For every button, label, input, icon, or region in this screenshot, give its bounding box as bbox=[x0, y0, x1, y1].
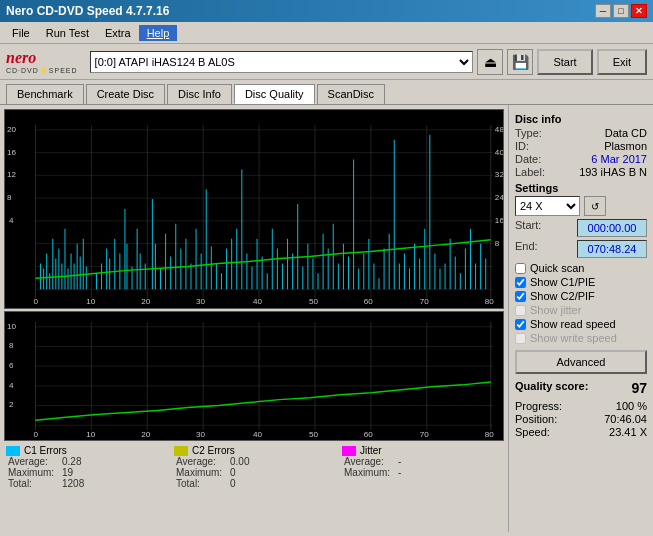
speed-select[interactable]: 24 X bbox=[515, 196, 580, 216]
c1-max-value: 19 bbox=[62, 467, 73, 478]
title-bar: Nero CD-DVD Speed 4.7.7.16 ─ □ ✕ bbox=[0, 0, 653, 22]
disc-type-row: Type: Data CD bbox=[515, 127, 647, 139]
main-content: 20 16 12 8 4 48 40 32 24 16 8 0 10 20 30… bbox=[0, 104, 653, 532]
c2-avg-value: 0.00 bbox=[230, 456, 249, 467]
c2-values: Average:0.00 Maximum:0 Total:0 bbox=[174, 456, 334, 489]
start-label: Start: bbox=[515, 219, 541, 237]
end-input[interactable] bbox=[577, 240, 647, 258]
menu-help[interactable]: Help bbox=[139, 25, 178, 41]
c2-color-box bbox=[174, 446, 188, 456]
refresh-button[interactable]: ↺ bbox=[584, 196, 606, 216]
tab-disc-quality[interactable]: Disc Quality bbox=[234, 84, 315, 104]
jitter-max-label: Maximum: bbox=[344, 467, 394, 478]
settings-title: Settings bbox=[515, 182, 647, 194]
svg-text:50: 50 bbox=[309, 430, 319, 439]
legend-c1: C1 Errors Average:0.28 Maximum:19 Total:… bbox=[6, 445, 166, 489]
exit-button[interactable]: Exit bbox=[597, 49, 647, 75]
legend: C1 Errors Average:0.28 Maximum:19 Total:… bbox=[4, 441, 504, 489]
end-row: End: bbox=[515, 240, 647, 258]
svg-text:16: 16 bbox=[7, 148, 17, 157]
show-jitter-checkbox bbox=[515, 305, 526, 316]
svg-text:8: 8 bbox=[495, 239, 500, 248]
svg-text:48: 48 bbox=[495, 125, 503, 134]
start-button[interactable]: Start bbox=[537, 49, 592, 75]
disc-label-row: Label: 193 iHAS B N bbox=[515, 166, 647, 178]
minimize-button[interactable]: ─ bbox=[595, 4, 611, 18]
menu-run-test[interactable]: Run Test bbox=[38, 25, 97, 41]
start-input[interactable] bbox=[577, 219, 647, 237]
start-row: Start: bbox=[515, 219, 647, 237]
disc-label-label: Label: bbox=[515, 166, 545, 178]
c1-max-label: Maximum: bbox=[8, 467, 58, 478]
show-c2pif-checkbox[interactable] bbox=[515, 291, 526, 302]
eject-icon-button[interactable]: ⏏ bbox=[477, 49, 503, 75]
svg-text:30: 30 bbox=[196, 297, 206, 306]
legend-c2: C2 Errors Average:0.00 Maximum:0 Total:0 bbox=[174, 445, 334, 489]
progress-label: Progress: bbox=[515, 400, 562, 412]
maximize-button[interactable]: □ bbox=[613, 4, 629, 18]
show-read-speed-row: Show read speed bbox=[515, 318, 647, 330]
svg-text:8: 8 bbox=[9, 342, 14, 351]
quick-scan-row: Quick scan bbox=[515, 262, 647, 274]
svg-text:80: 80 bbox=[485, 430, 495, 439]
jitter-values: Average:- Maximum:- bbox=[342, 456, 502, 478]
svg-text:2: 2 bbox=[9, 401, 14, 410]
svg-text:4: 4 bbox=[9, 381, 14, 390]
disc-type-value: Data CD bbox=[605, 127, 647, 139]
svg-text:20: 20 bbox=[7, 125, 17, 134]
progress-row: Progress: 100 % bbox=[515, 400, 647, 412]
svg-text:70: 70 bbox=[420, 430, 430, 439]
svg-text:10: 10 bbox=[86, 430, 96, 439]
tab-scandisc[interactable]: ScanDisc bbox=[317, 84, 385, 104]
speed-label: Speed: bbox=[515, 426, 550, 438]
tab-create-disc[interactable]: Create Disc bbox=[86, 84, 165, 104]
c1-avg-value: 0.28 bbox=[62, 456, 81, 467]
menu-extra[interactable]: Extra bbox=[97, 25, 139, 41]
quick-scan-label: Quick scan bbox=[530, 262, 584, 274]
right-panel: Disc info Type: Data CD ID: Plasmon Date… bbox=[508, 105, 653, 532]
svg-text:12: 12 bbox=[7, 170, 17, 179]
speed-settings-row: 24 X ↺ bbox=[515, 196, 647, 216]
disc-id-label: ID: bbox=[515, 140, 529, 152]
disc-label-value: 193 iHAS B N bbox=[579, 166, 647, 178]
svg-text:0: 0 bbox=[33, 430, 38, 439]
show-write-speed-checkbox bbox=[515, 333, 526, 344]
c1-total-value: 1208 bbox=[62, 478, 84, 489]
tab-disc-info[interactable]: Disc Info bbox=[167, 84, 232, 104]
drive-select[interactable]: [0:0] ATAPI iHAS124 B AL0S bbox=[90, 51, 474, 73]
menu-file[interactable]: File bbox=[4, 25, 38, 41]
advanced-button[interactable]: Advanced bbox=[515, 350, 647, 374]
svg-text:30: 30 bbox=[196, 430, 206, 439]
close-button[interactable]: ✕ bbox=[631, 4, 647, 18]
svg-text:20: 20 bbox=[141, 430, 151, 439]
c1-total-label: Total: bbox=[8, 478, 58, 489]
svg-rect-133 bbox=[5, 312, 503, 440]
tab-benchmark[interactable]: Benchmark bbox=[6, 84, 84, 104]
disc-id-row: ID: Plasmon bbox=[515, 140, 647, 152]
svg-text:24: 24 bbox=[495, 193, 503, 202]
tab-bar: Benchmark Create Disc Disc Info Disc Qua… bbox=[0, 80, 653, 104]
jitter-color-box bbox=[342, 446, 356, 456]
quick-scan-checkbox[interactable] bbox=[515, 263, 526, 274]
c2-label: C2 Errors bbox=[192, 445, 235, 456]
show-read-speed-label: Show read speed bbox=[530, 318, 616, 330]
top-chart-svg: 20 16 12 8 4 48 40 32 24 16 8 0 10 20 30… bbox=[5, 110, 503, 308]
toolbar: nero CD·DVD⚡SPEED [0:0] ATAPI iHAS124 B … bbox=[0, 44, 653, 80]
show-read-speed-checkbox[interactable] bbox=[515, 319, 526, 330]
disc-id-value: Plasmon bbox=[604, 140, 647, 152]
c2-max-label: Maximum: bbox=[176, 467, 226, 478]
svg-text:60: 60 bbox=[364, 297, 374, 306]
show-c1pie-checkbox[interactable] bbox=[515, 277, 526, 288]
c1-avg-label: Average: bbox=[8, 456, 58, 467]
quality-score-label: Quality score: bbox=[515, 380, 588, 396]
svg-text:16: 16 bbox=[495, 216, 503, 225]
svg-text:40: 40 bbox=[253, 297, 263, 306]
show-c2pif-label: Show C2/PIF bbox=[530, 290, 595, 302]
disc-date-label: Date: bbox=[515, 153, 541, 165]
disc-date-value: 6 Mar 2017 bbox=[591, 153, 647, 165]
show-jitter-row: Show jitter bbox=[515, 304, 647, 316]
position-row: Position: 70:46.04 bbox=[515, 413, 647, 425]
logo-nero: nero bbox=[6, 49, 78, 67]
bottom-chart: 10 8 6 4 2 0 10 20 30 40 50 60 70 80 bbox=[4, 311, 504, 441]
save-icon-button[interactable]: 💾 bbox=[507, 49, 533, 75]
